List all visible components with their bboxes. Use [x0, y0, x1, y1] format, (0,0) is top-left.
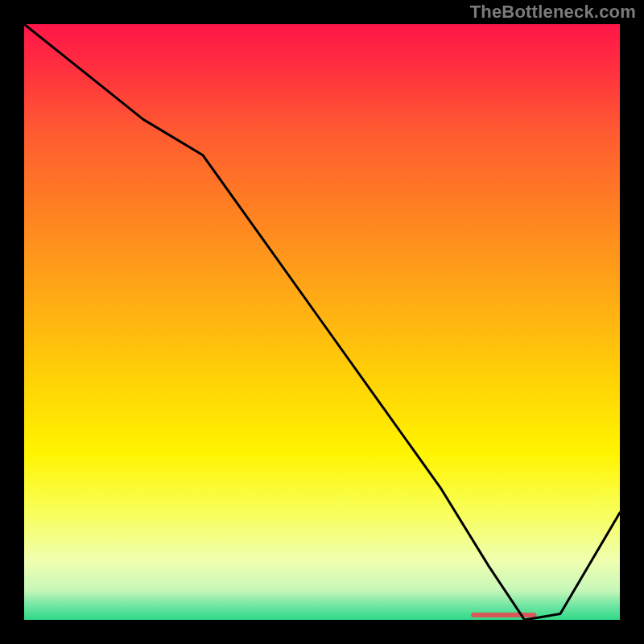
- watermark-label: TheBottleneck.com: [470, 2, 636, 23]
- optimal-range-marker: [471, 613, 536, 617]
- chart-container: TheBottleneck.com: [0, 0, 644, 644]
- plot-area: [24, 24, 620, 620]
- chart-svg: [24, 24, 620, 620]
